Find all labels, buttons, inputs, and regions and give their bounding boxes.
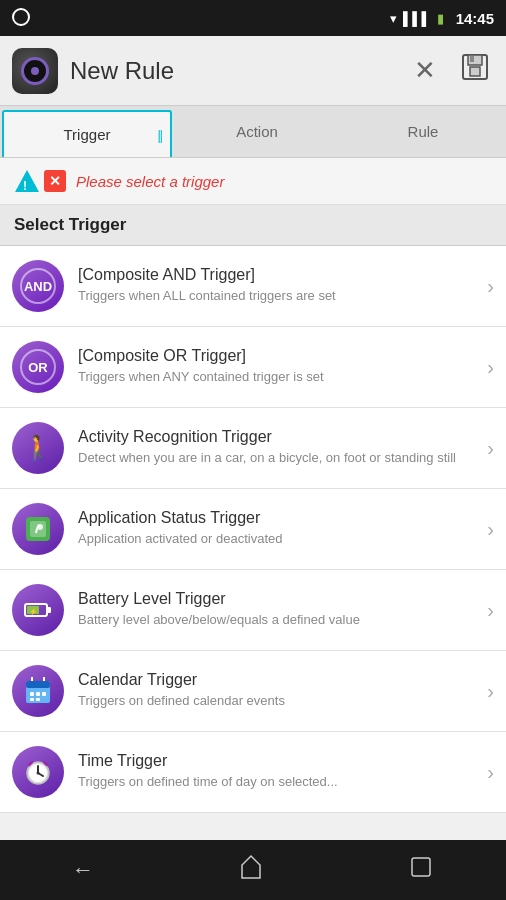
trigger-text-and: [Composite AND Trigger] Triggers when AL… xyxy=(78,266,479,305)
svg-point-26 xyxy=(37,772,40,775)
svg-point-8 xyxy=(37,524,43,530)
chevron-icon-or: › xyxy=(487,356,494,379)
trigger-icon-calendar xyxy=(12,665,64,717)
chevron-icon-and: › xyxy=(487,275,494,298)
chevron-icon-calendar: › xyxy=(487,680,494,703)
app-logo xyxy=(12,48,58,94)
chevron-icon-app: › xyxy=(487,518,494,541)
tab-rule-label: Rule xyxy=(408,123,439,140)
time-icon-svg xyxy=(22,756,54,788)
save-icon xyxy=(460,52,490,89)
trigger-icon-app xyxy=(12,503,64,555)
wifi-icon: ▾ xyxy=(390,11,397,26)
svg-rect-19 xyxy=(42,692,46,696)
trigger-title-app: Application Status Trigger xyxy=(78,509,479,527)
close-button[interactable]: ✕ xyxy=(410,51,440,90)
trigger-icon-battery: ⚡ xyxy=(12,584,64,636)
trigger-subtitle-battery: Battery level above/below/equals a defin… xyxy=(78,611,479,629)
svg-marker-4 xyxy=(15,170,39,192)
svg-rect-17 xyxy=(30,692,34,696)
trigger-icon-or-inner: OR xyxy=(20,349,56,385)
nav-bar: ← xyxy=(0,840,506,900)
status-icons: ▾ ▌▌▌ ▮ 14:45 xyxy=(390,10,494,27)
trigger-subtitle-app: Application activated or deactivated xyxy=(78,530,479,548)
tab-rule[interactable]: Rule xyxy=(340,106,506,157)
trigger-title-calendar: Calendar Trigger xyxy=(78,671,479,689)
back-icon: ← xyxy=(72,857,94,882)
warning-x-badge: ✕ xyxy=(44,170,66,192)
trigger-text-time: Time Trigger Triggers on defined time of… xyxy=(78,752,479,791)
home-button[interactable] xyxy=(218,846,284,894)
trigger-text-battery: Battery Level Trigger Battery level abov… xyxy=(78,590,479,629)
battery-icon: ▮ xyxy=(437,11,444,26)
trigger-title-time: Time Trigger xyxy=(78,752,479,770)
battery-icon-svg: ⚡ xyxy=(21,593,55,627)
svg-rect-14 xyxy=(26,681,50,688)
trigger-icon-or: OR xyxy=(12,341,64,393)
trigger-item-activity[interactable]: 🚶 Activity Recognition Trigger Detect wh… xyxy=(0,408,506,489)
trigger-icon-activity: 🚶 xyxy=(12,422,64,474)
trigger-icon-and-inner: AND xyxy=(20,268,56,304)
trigger-text-calendar: Calendar Trigger Triggers on defined cal… xyxy=(78,671,479,710)
svg-text:!: ! xyxy=(23,179,27,193)
trigger-item-composite-or[interactable]: OR [Composite OR Trigger] Triggers when … xyxy=(0,327,506,408)
app-bar-actions: ✕ xyxy=(410,48,494,93)
close-icon: ✕ xyxy=(414,55,436,86)
trigger-title-activity: Activity Recognition Trigger xyxy=(78,428,479,446)
trigger-title-and: [Composite AND Trigger] xyxy=(78,266,479,284)
trigger-item-battery[interactable]: ⚡ Battery Level Trigger Battery level ab… xyxy=(0,570,506,651)
trigger-title-or: [Composite OR Trigger] xyxy=(78,347,479,365)
trigger-item-app-status[interactable]: Application Status Trigger Application a… xyxy=(0,489,506,570)
status-bar: ▾ ▌▌▌ ▮ 14:45 xyxy=(0,0,506,36)
home-icon xyxy=(238,854,264,880)
tab-trigger[interactable]: Trigger ‖ xyxy=(2,110,172,157)
trigger-subtitle-time: Triggers on defined time of day on selec… xyxy=(78,773,479,791)
app-icon-dot xyxy=(31,67,39,75)
trigger-text-or: [Composite OR Trigger] Triggers when ANY… xyxy=(78,347,479,386)
status-icon-circle xyxy=(12,8,30,26)
trigger-text-activity: Activity Recognition Trigger Detect when… xyxy=(78,428,479,467)
tabs-bar: Trigger ‖ Action Rule xyxy=(0,106,506,158)
warning-banner: ! ✕ Please select a trigger xyxy=(0,158,506,205)
and-label: AND xyxy=(24,279,52,294)
svg-rect-3 xyxy=(470,56,474,62)
trigger-title-battery: Battery Level Trigger xyxy=(78,590,479,608)
trigger-subtitle-and: Triggers when ALL contained triggers are… xyxy=(78,287,479,305)
recent-apps-icon xyxy=(408,854,434,880)
status-time: 14:45 xyxy=(456,10,494,27)
app-status-icon-svg xyxy=(22,513,54,545)
save-button[interactable] xyxy=(456,48,494,93)
svg-rect-11 xyxy=(47,607,51,613)
trigger-item-composite-and[interactable]: AND [Composite AND Trigger] Triggers whe… xyxy=(0,246,506,327)
tab-indicator: ‖ xyxy=(157,127,164,142)
trigger-icon-time xyxy=(12,746,64,798)
back-button[interactable]: ← xyxy=(52,849,114,891)
svg-rect-2 xyxy=(470,67,480,76)
signal-icon: ▌▌▌ xyxy=(403,11,431,26)
section-header: Select Trigger xyxy=(0,205,506,246)
trigger-text-app: Application Status Trigger Application a… xyxy=(78,509,479,548)
chevron-icon-battery: › xyxy=(487,599,494,622)
chevron-icon-activity: › xyxy=(487,437,494,460)
recent-apps-button[interactable] xyxy=(388,846,454,894)
trigger-icon-and: AND xyxy=(12,260,64,312)
svg-text:⚡: ⚡ xyxy=(29,607,38,616)
svg-rect-21 xyxy=(36,698,40,701)
svg-rect-20 xyxy=(30,698,34,701)
tab-action-label: Action xyxy=(236,123,278,140)
trigger-item-time[interactable]: Time Trigger Triggers on defined time of… xyxy=(0,732,506,813)
activity-icon: 🚶 xyxy=(23,434,53,462)
trigger-list: AND [Composite AND Trigger] Triggers whe… xyxy=(0,246,506,813)
app-icon-ring xyxy=(21,57,49,85)
svg-rect-18 xyxy=(36,692,40,696)
or-label: OR xyxy=(28,360,48,375)
tab-action[interactable]: Action xyxy=(174,106,340,157)
tab-trigger-label: Trigger xyxy=(64,126,111,143)
trigger-subtitle-activity: Detect when you are in a car, on a bicyc… xyxy=(78,449,479,467)
app-bar: New Rule ✕ xyxy=(0,36,506,106)
chevron-icon-time: › xyxy=(487,761,494,784)
app-title: New Rule xyxy=(70,57,410,85)
svg-rect-29 xyxy=(412,858,430,876)
trigger-item-calendar[interactable]: Calendar Trigger Triggers on defined cal… xyxy=(0,651,506,732)
trigger-subtitle-calendar: Triggers on defined calendar events xyxy=(78,692,479,710)
